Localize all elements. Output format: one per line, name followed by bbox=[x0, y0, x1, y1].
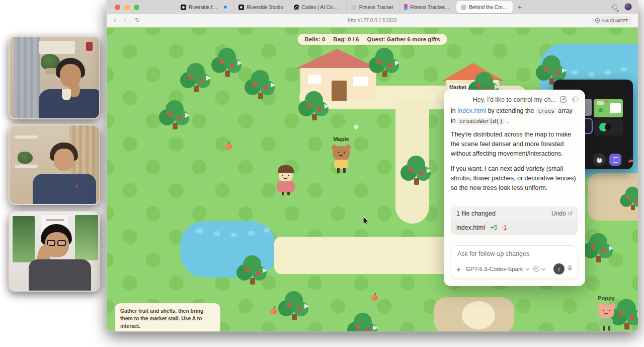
apple-tree[interactable] bbox=[159, 99, 191, 130]
assistant-message: in index.html by extending the trees arr… bbox=[451, 106, 578, 193]
apple-tree[interactable] bbox=[620, 186, 638, 211]
search-icon[interactable] bbox=[612, 5, 617, 10]
diff-deletions: -1 bbox=[501, 224, 507, 231]
followup-composer[interactable]: + GPT-5.3-Codex-Spark ↑ bbox=[451, 245, 578, 279]
game-hud: Bells: 0 Bag: 0 / 6 Quest: Gather 6 more… bbox=[297, 34, 447, 45]
hud-bag: Bag: 0 / 6 bbox=[333, 36, 359, 42]
hud-quest: Quest: Gather 6 more gifts bbox=[367, 36, 440, 42]
npc-poppy[interactable]: Poppy bbox=[595, 295, 617, 331]
send-button[interactable]: ↑ bbox=[553, 263, 565, 274]
apple-tree[interactable] bbox=[211, 47, 244, 78]
poster-text bbox=[46, 219, 64, 221]
npc-maple[interactable]: Maple bbox=[330, 136, 352, 175]
apple-tree[interactable] bbox=[278, 290, 310, 321]
tab-behind-the-crossing[interactable]: Behind the Crossing bbox=[456, 1, 513, 13]
open-in-window-icon[interactable] bbox=[572, 96, 579, 105]
fruit-apple[interactable] bbox=[371, 295, 378, 301]
message-paragraph-3: If you want, I can next add variety (sma… bbox=[451, 164, 578, 193]
screen-share-thumbnail[interactable] bbox=[594, 99, 623, 117]
webcam-feed-2 bbox=[9, 124, 100, 205]
chatgpt-icon bbox=[595, 18, 600, 23]
instruction-note: Gather fruit and shells, then bring them… bbox=[115, 303, 220, 331]
person-face bbox=[54, 149, 74, 171]
fruit-apple[interactable] bbox=[225, 144, 232, 150]
context-selector[interactable] bbox=[533, 266, 544, 272]
plant-pot bbox=[46, 68, 56, 74]
raise-hand-button[interactable] bbox=[593, 153, 606, 166]
hud-bells: Bells: 0 bbox=[304, 36, 325, 42]
tab-strip: Riverside.fm Stu Riverside Studio Codex … bbox=[176, 1, 526, 13]
apple-tree[interactable] bbox=[400, 155, 433, 186]
minimize-window-button[interactable] bbox=[124, 5, 130, 10]
npc-poppy-label: Poppy bbox=[595, 295, 617, 301]
apple-tree[interactable] bbox=[369, 47, 401, 78]
person-face bbox=[60, 64, 81, 87]
zoom-window-button[interactable] bbox=[134, 5, 139, 10]
followup-input[interactable] bbox=[457, 250, 573, 257]
add-attachment-button[interactable]: + bbox=[456, 265, 461, 273]
file-change-card: 1 file changed Undo ↺ index.html +5 -1 bbox=[451, 206, 578, 235]
npc-maple-label: Maple bbox=[330, 136, 352, 142]
generic-favicon bbox=[461, 5, 466, 10]
close-window-button[interactable] bbox=[115, 5, 120, 10]
player-character[interactable] bbox=[276, 165, 296, 195]
window-controls[interactable] bbox=[115, 5, 139, 10]
riverside-favicon bbox=[238, 5, 244, 10]
code-chip-trees: trees bbox=[536, 108, 556, 115]
plant bbox=[18, 152, 33, 164]
context-icon bbox=[533, 266, 539, 272]
riverside-favicon bbox=[181, 5, 186, 10]
model-selector[interactable]: GPT-5.3-Codex-Spark bbox=[466, 266, 528, 272]
tab-fitness-tracker-figma[interactable]: Fitness Tracker – Fig bbox=[399, 1, 455, 13]
changed-file-name: index.html bbox=[456, 224, 485, 231]
new-tab-button[interactable]: + bbox=[514, 1, 526, 13]
tab-riverside-fm[interactable]: Riverside.fm Stu bbox=[176, 1, 232, 13]
shirt-collar bbox=[62, 89, 71, 100]
tab-bar: Riverside.fm Stu Riverside Studio Codex … bbox=[107, 0, 638, 14]
share-screen-icon bbox=[613, 157, 618, 163]
tab-fitness-tracker[interactable]: Fitness Tracker bbox=[346, 1, 398, 13]
poster-right bbox=[75, 215, 98, 260]
codex-chat-panel: Hey, I'd like to control my ch... in ind… bbox=[444, 90, 585, 286]
window-ledge bbox=[39, 41, 75, 54]
profile-avatar[interactable] bbox=[624, 3, 632, 11]
ask-chatgpt-button[interactable]: Ask ChatGPT bbox=[593, 16, 632, 25]
undo-button[interactable]: Undo ↺ bbox=[551, 210, 573, 217]
tab-codex[interactable]: Codex | AI Coding P bbox=[289, 1, 345, 13]
apple-tree[interactable] bbox=[347, 312, 379, 331]
edit-icon[interactable] bbox=[559, 96, 567, 105]
app-tile bbox=[594, 119, 623, 135]
tab-riverside-studio[interactable]: Riverside Studio bbox=[233, 1, 288, 13]
file-change-summary: 1 file changed bbox=[456, 210, 496, 217]
shirt-logo bbox=[76, 185, 77, 188]
diff-additions: +5 bbox=[490, 224, 497, 231]
apple-tree[interactable] bbox=[180, 62, 212, 93]
apple-tree[interactable] bbox=[236, 254, 269, 286]
tabbar-right-controls bbox=[612, 3, 632, 11]
fruit-apple[interactable] bbox=[270, 308, 277, 314]
share-screen-button[interactable] bbox=[609, 154, 621, 166]
message-paragraph-2: They're distributed across the map to ma… bbox=[451, 130, 578, 159]
apple-tree[interactable] bbox=[583, 232, 615, 263]
recording-indicator-icon bbox=[223, 5, 228, 10]
index-html-link[interactable]: index.html bbox=[457, 107, 486, 114]
changed-file-row[interactable]: index.html +5 -1 bbox=[456, 224, 507, 231]
chat-header: Hey, I'd like to control my ch... bbox=[451, 95, 578, 106]
codex-favicon bbox=[294, 5, 299, 10]
apple-tree[interactable] bbox=[298, 90, 331, 121]
browser-window: Riverside.fm Stu Riverside Studio Codex … bbox=[107, 0, 638, 331]
glasses-right-lens bbox=[57, 240, 66, 246]
apple-tree[interactable] bbox=[245, 69, 277, 100]
shelf bbox=[15, 135, 38, 138]
figma-favicon bbox=[404, 4, 408, 10]
hang-up-button[interactable] bbox=[625, 154, 633, 167]
person-body bbox=[29, 259, 91, 292]
address-field[interactable]: http://127.0.0.1:51833 bbox=[107, 18, 638, 23]
webcam-feed-1 bbox=[9, 36, 100, 119]
curtain bbox=[14, 37, 40, 118]
figurine bbox=[86, 42, 93, 51]
mouse-cursor bbox=[363, 216, 369, 228]
mic-icon[interactable] bbox=[567, 264, 573, 273]
undo-icon: ↺ bbox=[568, 210, 573, 217]
code-chip-createworld: createWorld() bbox=[457, 118, 505, 125]
